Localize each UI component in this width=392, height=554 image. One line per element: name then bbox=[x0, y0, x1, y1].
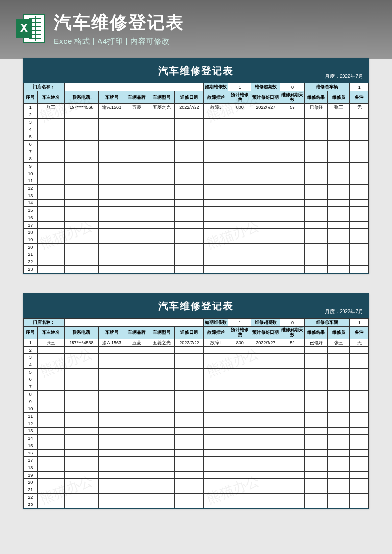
empty-cell bbox=[204, 155, 228, 163]
empty-cell bbox=[125, 420, 148, 428]
empty-cell bbox=[328, 258, 350, 266]
empty-cell bbox=[204, 376, 228, 383]
empty-cell bbox=[280, 457, 305, 464]
empty-cell bbox=[251, 192, 280, 200]
empty-cell bbox=[280, 435, 305, 442]
empty-cell bbox=[204, 457, 228, 464]
empty-cell bbox=[304, 347, 327, 354]
empty-cell bbox=[175, 207, 204, 214]
column-header: 备注 bbox=[350, 91, 369, 104]
empty-cell bbox=[328, 192, 350, 200]
empty-cell bbox=[350, 170, 369, 177]
empty-cell bbox=[175, 354, 204, 361]
empty-cell bbox=[228, 383, 251, 391]
column-header: 车辆品牌 bbox=[125, 327, 148, 339]
empty-cell bbox=[64, 126, 98, 133]
empty-cell bbox=[251, 148, 280, 155]
empty-cell bbox=[125, 494, 148, 501]
empty-cell bbox=[64, 457, 98, 464]
empty-cell bbox=[64, 236, 98, 244]
empty-cell bbox=[304, 148, 327, 155]
empty-cell bbox=[304, 376, 327, 383]
empty-cell bbox=[204, 214, 228, 222]
empty-cell bbox=[64, 472, 98, 479]
column-header: 车主姓名 bbox=[38, 327, 64, 339]
sheet-title-bar: 汽车维修登记表月度：2022年7月 bbox=[23, 294, 369, 318]
empty-cell bbox=[350, 141, 369, 148]
empty-cell bbox=[251, 428, 280, 435]
empty-cell bbox=[328, 148, 350, 155]
empty-cell bbox=[251, 111, 280, 119]
empty-cell bbox=[98, 244, 125, 251]
empty-cell bbox=[350, 347, 369, 354]
sheet-preview-2: 汽车维修登记表月度：2022年7月门店名称：如期维修数1维修超期数0维修总车辆1… bbox=[23, 293, 369, 509]
empty-cell bbox=[280, 266, 305, 273]
empty-cell bbox=[304, 207, 327, 214]
empty-cell bbox=[148, 214, 175, 222]
row-number: 7 bbox=[24, 383, 38, 391]
empty-cell bbox=[148, 119, 175, 126]
empty-cell bbox=[38, 464, 64, 472]
empty-cell bbox=[228, 472, 251, 479]
empty-cell bbox=[350, 405, 369, 413]
empty-cell bbox=[350, 126, 369, 133]
empty-cell bbox=[98, 119, 125, 126]
row-number: 22 bbox=[24, 494, 38, 501]
empty-cell bbox=[64, 398, 98, 405]
empty-cell bbox=[304, 170, 327, 177]
empty-cell bbox=[204, 442, 228, 450]
empty-cell bbox=[125, 391, 148, 398]
empty-cell bbox=[204, 133, 228, 141]
empty-cell bbox=[304, 442, 327, 450]
empty-cell bbox=[251, 244, 280, 251]
empty-cell bbox=[148, 369, 175, 376]
empty-cell bbox=[98, 361, 125, 369]
empty-cell bbox=[38, 251, 64, 258]
empty-cell bbox=[125, 376, 148, 383]
empty-cell bbox=[350, 207, 369, 214]
empty-cell bbox=[38, 361, 64, 369]
data-cell: 渝A.1563 bbox=[98, 104, 125, 111]
data-cell: 张三 bbox=[328, 104, 350, 111]
row-number: 20 bbox=[24, 244, 38, 251]
empty-cell bbox=[304, 200, 327, 207]
empty-cell bbox=[38, 236, 64, 244]
empty-cell bbox=[328, 163, 350, 170]
empty-cell bbox=[350, 236, 369, 244]
empty-cell bbox=[148, 148, 175, 155]
empty-cell bbox=[64, 479, 98, 486]
empty-cell bbox=[304, 391, 327, 398]
empty-cell bbox=[175, 376, 204, 383]
empty-cell bbox=[204, 435, 228, 442]
empty-cell bbox=[148, 501, 175, 508]
empty-cell bbox=[125, 369, 148, 376]
empty-cell bbox=[148, 207, 175, 214]
empty-cell bbox=[98, 266, 125, 273]
empty-cell bbox=[228, 148, 251, 155]
row-number: 18 bbox=[24, 229, 38, 236]
overdue-label: 维修超期数 bbox=[251, 83, 280, 91]
empty-cell bbox=[175, 347, 204, 354]
empty-cell bbox=[350, 450, 369, 457]
empty-cell bbox=[280, 148, 305, 155]
empty-cell bbox=[350, 258, 369, 266]
empty-cell bbox=[328, 214, 350, 222]
row-number: 12 bbox=[24, 420, 38, 428]
empty-cell bbox=[98, 148, 125, 155]
empty-cell bbox=[228, 479, 251, 486]
total-label: 维修总车辆 bbox=[304, 83, 350, 91]
empty-cell bbox=[175, 236, 204, 244]
empty-cell bbox=[350, 472, 369, 479]
empty-cell bbox=[204, 405, 228, 413]
row-number: 22 bbox=[24, 258, 38, 266]
empty-cell bbox=[350, 222, 369, 229]
data-cell: 已修好 bbox=[304, 104, 327, 111]
total-value: 1 bbox=[350, 83, 369, 91]
data-cell: 59 bbox=[280, 339, 305, 347]
svg-text:X: X bbox=[20, 21, 28, 35]
empty-cell bbox=[204, 472, 228, 479]
empty-cell bbox=[328, 479, 350, 486]
empty-cell bbox=[38, 126, 64, 133]
empty-cell bbox=[175, 501, 204, 508]
row-number: 21 bbox=[24, 486, 38, 494]
